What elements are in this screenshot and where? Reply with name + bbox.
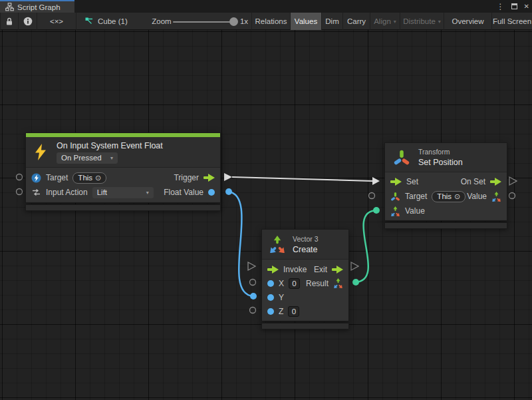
- wire-arrowhead: [372, 177, 380, 185]
- node-title: Set Position: [418, 158, 463, 167]
- port-x-in[interactable]: [250, 280, 256, 286]
- tab-title: Script Graph: [17, 3, 61, 11]
- graph-breadcrumb[interactable]: Cube (1): [85, 13, 138, 30]
- event-node-footer: [25, 204, 221, 211]
- port-y-in[interactable]: [250, 293, 257, 300]
- tab-bar: Script Graph ⋮ ✕: [0, 0, 532, 13]
- transform-node-footer: [384, 222, 507, 229]
- z-value-field[interactable]: 0: [288, 306, 299, 317]
- target-label: Target: [46, 173, 68, 182]
- transform-port-icon: [390, 192, 400, 202]
- control-port-icon[interactable]: [267, 266, 279, 274]
- exit-label: Exit: [314, 265, 327, 274]
- overview-button[interactable]: Overview: [444, 13, 491, 30]
- transform-icon: [393, 149, 410, 166]
- object-picker-icon[interactable]: ⊙: [95, 174, 101, 182]
- code-view-button[interactable]: <×>: [37, 13, 76, 30]
- graph-toolbar: <×> Cube (1) Zoom 1x Relations Values: [0, 13, 532, 30]
- wire-result-to-value[interactable]: [356, 210, 376, 282]
- target-object-field[interactable]: This ⊙: [72, 172, 106, 184]
- node-title: On Input System Event Float: [57, 141, 163, 150]
- port-event-target-in[interactable]: [17, 174, 23, 180]
- zoom-label: Zoom: [152, 13, 172, 30]
- input-action-label: Input Action: [46, 188, 88, 197]
- trigger-label: Trigger: [174, 173, 199, 182]
- zoom-slider-track[interactable]: [173, 21, 233, 23]
- control-port-icon[interactable]: [490, 178, 501, 186]
- vector3-port-icon[interactable]: [491, 192, 501, 202]
- value-output-label: Value: [467, 192, 487, 201]
- x-label: X: [279, 279, 284, 288]
- window-menu-icon[interactable]: ⋮: [497, 2, 505, 11]
- lightning-icon: [34, 144, 47, 160]
- relations-button[interactable]: Relations: [251, 13, 290, 30]
- dim-button[interactable]: Dim: [321, 13, 342, 30]
- port-row-input-action: Input Action Lift ▾ Float Value: [26, 185, 220, 200]
- float-port-icon[interactable]: [208, 189, 215, 196]
- vector3-port-icon[interactable]: [333, 278, 343, 288]
- port-transform-target-in[interactable]: [369, 193, 375, 199]
- float-port-icon[interactable]: [267, 294, 274, 301]
- carry-button[interactable]: Carry: [342, 13, 370, 30]
- port-row-set: Set On Set: [385, 174, 507, 189]
- input-action-dropdown[interactable]: Lift ▾: [92, 187, 154, 198]
- values-button[interactable]: Values: [290, 13, 321, 30]
- vector-node-footer: [261, 323, 349, 329]
- port-event-action-in[interactable]: [17, 189, 23, 195]
- control-port-icon[interactable]: [332, 266, 343, 274]
- port-z-in[interactable]: [250, 307, 256, 313]
- port-row-x: X 0 Result: [262, 276, 348, 290]
- unity-visual-scripting-window: Script Graph ⋮ ✕ <×>: [0, 0, 532, 400]
- port-result-out[interactable]: [352, 279, 359, 286]
- distribute-dropdown[interactable]: Distribute▾: [400, 13, 444, 30]
- info-button[interactable]: [18, 13, 37, 30]
- chevron-down-icon: ▾: [110, 155, 113, 161]
- target-label: Target: [405, 192, 427, 201]
- port-value-in[interactable]: [373, 207, 380, 214]
- zoom-slider-handle[interactable]: [229, 17, 238, 26]
- port-row-z: Z 0: [262, 304, 348, 318]
- graph-name: Cube (1): [98, 17, 128, 25]
- float-port-icon[interactable]: [267, 308, 274, 315]
- node-category: Transform: [418, 148, 463, 156]
- float-port-icon[interactable]: [267, 280, 274, 287]
- close-icon[interactable]: ✕: [524, 3, 529, 10]
- port-floatvalue-out[interactable]: [225, 188, 232, 195]
- code-icon: <×>: [50, 17, 63, 25]
- target-object-field[interactable]: This ⊙: [432, 191, 466, 202]
- node-vector3-create[interactable]: Vector 3 Create Invoke Exit: [261, 229, 349, 321]
- port-transform-value-out[interactable]: [509, 193, 515, 199]
- result-label: Result: [306, 279, 329, 288]
- align-dropdown[interactable]: Align▾: [370, 13, 400, 30]
- event-mode-dropdown[interactable]: On Pressed ▾: [57, 152, 118, 164]
- chevron-down-icon: ▾: [438, 19, 441, 25]
- port-row-invoke: Invoke Exit: [262, 262, 348, 276]
- graph-hierarchy-icon: [5, 3, 14, 11]
- wire-floatvalue-to-y[interactable]: [229, 192, 253, 296]
- port-invoke-in[interactable]: [248, 262, 255, 270]
- vector3-port-icon[interactable]: [390, 206, 400, 216]
- graph-canvas[interactable]: On Input System Event Float On Pressed ▾…: [0, 30, 532, 400]
- lock-button[interactable]: [0, 13, 18, 30]
- control-port-icon[interactable]: [203, 174, 215, 182]
- port-trigger-out[interactable]: [224, 173, 232, 181]
- set-label: Set: [406, 177, 418, 186]
- node-transform-set-position[interactable]: Transform Set Position Set On Set: [384, 142, 507, 221]
- on-set-label: On Set: [461, 177, 485, 186]
- control-port-icon[interactable]: [390, 178, 402, 186]
- port-row-y: Y: [262, 290, 348, 304]
- maximize-icon[interactable]: [511, 3, 517, 9]
- port-exit-out[interactable]: [351, 262, 358, 270]
- node-category: Vector 3: [293, 235, 319, 243]
- x-value-field[interactable]: 0: [289, 278, 300, 289]
- graph-node-icon: [85, 17, 94, 25]
- fullscreen-button[interactable]: Full Screen: [491, 13, 532, 30]
- port-onset-out[interactable]: [509, 177, 517, 185]
- tab-script-graph[interactable]: Script Graph: [0, 0, 74, 13]
- lock-icon: [5, 17, 14, 26]
- window-controls: ⋮ ✕: [497, 0, 529, 13]
- object-picker-icon[interactable]: ⊙: [454, 193, 460, 200]
- port-row-transform-target: Target This ⊙ Value: [385, 189, 507, 204]
- node-on-input-system-event-float[interactable]: On Input System Event Float On Pressed ▾…: [25, 132, 221, 203]
- wire-trigger-to-set[interactable]: [232, 177, 372, 181]
